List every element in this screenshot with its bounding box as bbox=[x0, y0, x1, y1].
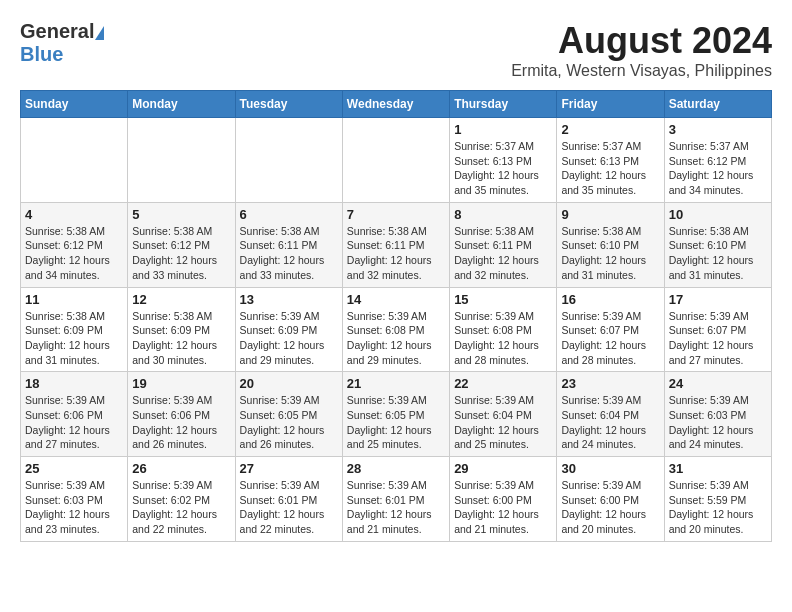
day-number: 10 bbox=[669, 207, 767, 222]
calendar-day-header: Sunday bbox=[21, 91, 128, 118]
logo-blue-text: Blue bbox=[20, 43, 63, 65]
calendar-header-row: SundayMondayTuesdayWednesdayThursdayFrid… bbox=[21, 91, 772, 118]
day-info: Sunrise: 5:39 AM Sunset: 6:04 PM Dayligh… bbox=[454, 393, 552, 452]
calendar-cell: 31Sunrise: 5:39 AM Sunset: 5:59 PM Dayli… bbox=[664, 457, 771, 542]
calendar-cell: 5Sunrise: 5:38 AM Sunset: 6:12 PM Daylig… bbox=[128, 202, 235, 287]
day-number: 19 bbox=[132, 376, 230, 391]
day-info: Sunrise: 5:38 AM Sunset: 6:10 PM Dayligh… bbox=[561, 224, 659, 283]
day-number: 8 bbox=[454, 207, 552, 222]
day-info: Sunrise: 5:37 AM Sunset: 6:13 PM Dayligh… bbox=[561, 139, 659, 198]
calendar-cell: 28Sunrise: 5:39 AM Sunset: 6:01 PM Dayli… bbox=[342, 457, 449, 542]
calendar-cell: 26Sunrise: 5:39 AM Sunset: 6:02 PM Dayli… bbox=[128, 457, 235, 542]
day-number: 21 bbox=[347, 376, 445, 391]
day-info: Sunrise: 5:39 AM Sunset: 6:03 PM Dayligh… bbox=[25, 478, 123, 537]
day-number: 18 bbox=[25, 376, 123, 391]
day-number: 16 bbox=[561, 292, 659, 307]
page-header: General Blue August 2024 Ermita, Western… bbox=[20, 20, 772, 80]
day-number: 25 bbox=[25, 461, 123, 476]
day-number: 3 bbox=[669, 122, 767, 137]
calendar-cell: 9Sunrise: 5:38 AM Sunset: 6:10 PM Daylig… bbox=[557, 202, 664, 287]
calendar-cell: 4Sunrise: 5:38 AM Sunset: 6:12 PM Daylig… bbox=[21, 202, 128, 287]
day-number: 13 bbox=[240, 292, 338, 307]
calendar-cell: 3Sunrise: 5:37 AM Sunset: 6:12 PM Daylig… bbox=[664, 118, 771, 203]
calendar-cell: 8Sunrise: 5:38 AM Sunset: 6:11 PM Daylig… bbox=[450, 202, 557, 287]
day-info: Sunrise: 5:39 AM Sunset: 6:06 PM Dayligh… bbox=[132, 393, 230, 452]
calendar-cell: 16Sunrise: 5:39 AM Sunset: 6:07 PM Dayli… bbox=[557, 287, 664, 372]
day-info: Sunrise: 5:39 AM Sunset: 6:05 PM Dayligh… bbox=[347, 393, 445, 452]
logo-general-text: General bbox=[20, 20, 94, 43]
calendar-cell: 6Sunrise: 5:38 AM Sunset: 6:11 PM Daylig… bbox=[235, 202, 342, 287]
calendar-cell: 21Sunrise: 5:39 AM Sunset: 6:05 PM Dayli… bbox=[342, 372, 449, 457]
calendar-cell: 30Sunrise: 5:39 AM Sunset: 6:00 PM Dayli… bbox=[557, 457, 664, 542]
day-number: 14 bbox=[347, 292, 445, 307]
calendar-cell: 24Sunrise: 5:39 AM Sunset: 6:03 PM Dayli… bbox=[664, 372, 771, 457]
day-number: 29 bbox=[454, 461, 552, 476]
calendar-cell: 15Sunrise: 5:39 AM Sunset: 6:08 PM Dayli… bbox=[450, 287, 557, 372]
calendar-cell bbox=[235, 118, 342, 203]
title-area: August 2024 Ermita, Western Visayas, Phi… bbox=[511, 20, 772, 80]
day-info: Sunrise: 5:39 AM Sunset: 5:59 PM Dayligh… bbox=[669, 478, 767, 537]
calendar-day-header: Wednesday bbox=[342, 91, 449, 118]
calendar-week-row: 25Sunrise: 5:39 AM Sunset: 6:03 PM Dayli… bbox=[21, 457, 772, 542]
calendar-cell: 7Sunrise: 5:38 AM Sunset: 6:11 PM Daylig… bbox=[342, 202, 449, 287]
day-number: 4 bbox=[25, 207, 123, 222]
day-info: Sunrise: 5:39 AM Sunset: 6:01 PM Dayligh… bbox=[240, 478, 338, 537]
calendar-table: SundayMondayTuesdayWednesdayThursdayFrid… bbox=[20, 90, 772, 542]
calendar-week-row: 11Sunrise: 5:38 AM Sunset: 6:09 PM Dayli… bbox=[21, 287, 772, 372]
calendar-cell bbox=[128, 118, 235, 203]
day-info: Sunrise: 5:38 AM Sunset: 6:11 PM Dayligh… bbox=[454, 224, 552, 283]
day-info: Sunrise: 5:38 AM Sunset: 6:10 PM Dayligh… bbox=[669, 224, 767, 283]
calendar-cell: 13Sunrise: 5:39 AM Sunset: 6:09 PM Dayli… bbox=[235, 287, 342, 372]
day-info: Sunrise: 5:39 AM Sunset: 6:00 PM Dayligh… bbox=[454, 478, 552, 537]
day-number: 12 bbox=[132, 292, 230, 307]
day-number: 5 bbox=[132, 207, 230, 222]
calendar-cell: 27Sunrise: 5:39 AM Sunset: 6:01 PM Dayli… bbox=[235, 457, 342, 542]
calendar-week-row: 4Sunrise: 5:38 AM Sunset: 6:12 PM Daylig… bbox=[21, 202, 772, 287]
day-number: 7 bbox=[347, 207, 445, 222]
day-info: Sunrise: 5:39 AM Sunset: 6:09 PM Dayligh… bbox=[240, 309, 338, 368]
calendar-cell: 22Sunrise: 5:39 AM Sunset: 6:04 PM Dayli… bbox=[450, 372, 557, 457]
day-info: Sunrise: 5:39 AM Sunset: 6:07 PM Dayligh… bbox=[561, 309, 659, 368]
day-info: Sunrise: 5:38 AM Sunset: 6:11 PM Dayligh… bbox=[347, 224, 445, 283]
day-info: Sunrise: 5:38 AM Sunset: 6:12 PM Dayligh… bbox=[25, 224, 123, 283]
calendar-day-header: Saturday bbox=[664, 91, 771, 118]
calendar-cell: 23Sunrise: 5:39 AM Sunset: 6:04 PM Dayli… bbox=[557, 372, 664, 457]
day-number: 31 bbox=[669, 461, 767, 476]
day-number: 9 bbox=[561, 207, 659, 222]
day-number: 20 bbox=[240, 376, 338, 391]
calendar-week-row: 18Sunrise: 5:39 AM Sunset: 6:06 PM Dayli… bbox=[21, 372, 772, 457]
day-info: Sunrise: 5:37 AM Sunset: 6:12 PM Dayligh… bbox=[669, 139, 767, 198]
calendar-cell: 12Sunrise: 5:38 AM Sunset: 6:09 PM Dayli… bbox=[128, 287, 235, 372]
calendar-day-header: Tuesday bbox=[235, 91, 342, 118]
logo: General Blue bbox=[20, 20, 104, 66]
calendar-cell: 19Sunrise: 5:39 AM Sunset: 6:06 PM Dayli… bbox=[128, 372, 235, 457]
page-title: August 2024 bbox=[511, 20, 772, 62]
day-info: Sunrise: 5:39 AM Sunset: 6:07 PM Dayligh… bbox=[669, 309, 767, 368]
calendar-cell: 1Sunrise: 5:37 AM Sunset: 6:13 PM Daylig… bbox=[450, 118, 557, 203]
day-info: Sunrise: 5:38 AM Sunset: 6:09 PM Dayligh… bbox=[25, 309, 123, 368]
calendar-cell: 2Sunrise: 5:37 AM Sunset: 6:13 PM Daylig… bbox=[557, 118, 664, 203]
day-info: Sunrise: 5:39 AM Sunset: 6:08 PM Dayligh… bbox=[454, 309, 552, 368]
day-number: 26 bbox=[132, 461, 230, 476]
calendar-cell: 18Sunrise: 5:39 AM Sunset: 6:06 PM Dayli… bbox=[21, 372, 128, 457]
logo-triangle-icon bbox=[95, 26, 104, 40]
day-number: 15 bbox=[454, 292, 552, 307]
day-number: 1 bbox=[454, 122, 552, 137]
day-info: Sunrise: 5:38 AM Sunset: 6:11 PM Dayligh… bbox=[240, 224, 338, 283]
day-number: 23 bbox=[561, 376, 659, 391]
calendar-day-header: Friday bbox=[557, 91, 664, 118]
calendar-cell: 17Sunrise: 5:39 AM Sunset: 6:07 PM Dayli… bbox=[664, 287, 771, 372]
calendar-cell bbox=[342, 118, 449, 203]
day-info: Sunrise: 5:39 AM Sunset: 6:01 PM Dayligh… bbox=[347, 478, 445, 537]
day-info: Sunrise: 5:39 AM Sunset: 6:00 PM Dayligh… bbox=[561, 478, 659, 537]
day-number: 11 bbox=[25, 292, 123, 307]
day-number: 2 bbox=[561, 122, 659, 137]
day-info: Sunrise: 5:39 AM Sunset: 6:04 PM Dayligh… bbox=[561, 393, 659, 452]
calendar-cell: 20Sunrise: 5:39 AM Sunset: 6:05 PM Dayli… bbox=[235, 372, 342, 457]
calendar-cell: 11Sunrise: 5:38 AM Sunset: 6:09 PM Dayli… bbox=[21, 287, 128, 372]
day-info: Sunrise: 5:39 AM Sunset: 6:08 PM Dayligh… bbox=[347, 309, 445, 368]
day-number: 17 bbox=[669, 292, 767, 307]
page-subtitle: Ermita, Western Visayas, Philippines bbox=[511, 62, 772, 80]
calendar-cell: 10Sunrise: 5:38 AM Sunset: 6:10 PM Dayli… bbox=[664, 202, 771, 287]
day-info: Sunrise: 5:39 AM Sunset: 6:06 PM Dayligh… bbox=[25, 393, 123, 452]
